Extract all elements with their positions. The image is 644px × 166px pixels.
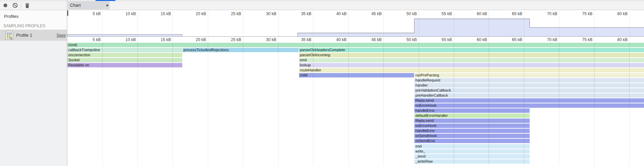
svg-text:%: %	[10, 36, 12, 40]
